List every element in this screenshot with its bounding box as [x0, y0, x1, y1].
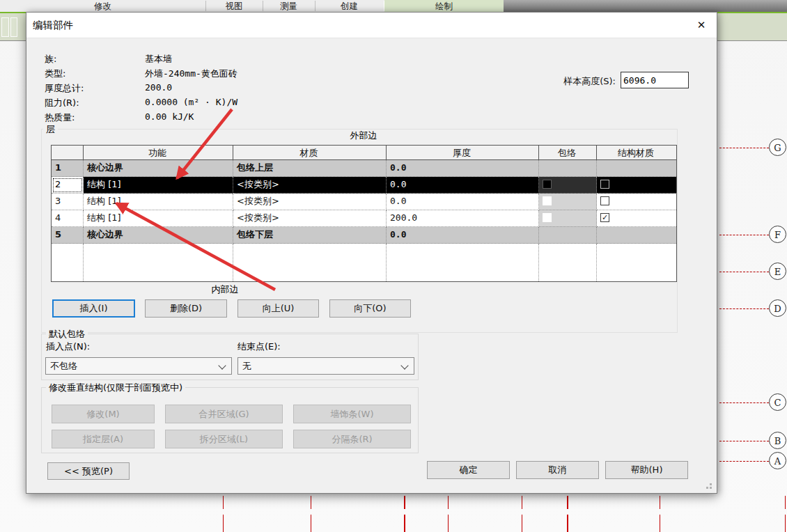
material-cell[interactable]: <按类别> [233, 177, 387, 194]
structural-material-cell[interactable] [597, 194, 676, 210]
material-cell[interactable]: 包络下层 [233, 227, 387, 244]
draw-tool-button[interactable] [10, 17, 17, 37]
thermal-mass-value: 0.00 kJ/K [145, 111, 194, 122]
grid-bubble-B: B [769, 432, 786, 449]
dialog-titlebar[interactable]: 编辑部件 ✕ [26, 13, 717, 38]
row-number-cell[interactable]: 2 [52, 177, 84, 194]
structural-material-cell[interactable] [597, 160, 676, 177]
vertical-grid-line [660, 515, 660, 532]
merge-regions-button[interactable]: 合并区域(G) [165, 405, 283, 423]
default-wrapping-label: 默认包络 [46, 328, 88, 341]
empty-cell [387, 244, 539, 281]
vertical-grid-line [567, 515, 568, 532]
ok-button[interactable]: 确定 [427, 461, 510, 479]
empty-cell [84, 244, 233, 281]
vertical-grid-line [404, 515, 405, 532]
structural-checkbox[interactable]: ✓ [600, 213, 609, 222]
column-header: 厚度 [387, 146, 539, 160]
row-number-cell[interactable]: 1 [52, 160, 84, 177]
vertical-grid-line [785, 496, 786, 509]
preview-button[interactable]: << 预览(P) [47, 462, 130, 480]
grid-line-leader [719, 272, 769, 272]
move-up-button[interactable]: 向上(U) [237, 299, 319, 318]
material-cell[interactable]: 包络上层 [233, 160, 387, 177]
grid-bubble-E: E [769, 263, 786, 280]
wraps-cell[interactable] [539, 227, 597, 244]
empty-cell [233, 244, 387, 281]
close-icon[interactable]: ✕ [694, 18, 708, 32]
exterior-side-label: 外部边 [51, 130, 676, 142]
wraps-cell[interactable] [539, 177, 597, 194]
cancel-button[interactable]: 取消 [516, 461, 599, 479]
insert-button[interactable]: 插入(I) [52, 299, 135, 318]
sample-height-input[interactable] [621, 72, 689, 88]
grid-line-leader [719, 308, 769, 309]
column-header: 功能 [84, 146, 233, 160]
function-cell[interactable]: 结构 [1] [84, 194, 233, 210]
ribbon-tab-view[interactable]: 视图 [205, 0, 263, 12]
wraps-cell[interactable] [539, 210, 597, 227]
vertical-grid-line [567, 496, 568, 509]
row-number-cell[interactable]: 3 [52, 194, 84, 210]
modify-button[interactable]: 修改(M) [52, 405, 155, 423]
type-value: 外墙-240mm-黄色面砖 [145, 68, 237, 80]
thickness-cell[interactable]: 0.0 [387, 194, 539, 210]
ribbon-tab-create[interactable]: 创建 [315, 0, 384, 12]
material-cell[interactable]: <按类别> [233, 210, 387, 227]
structural-checkbox[interactable] [600, 196, 609, 205]
resize-grip-icon[interactable] [703, 480, 712, 489]
ends-dropdown[interactable]: 无 [237, 357, 414, 375]
reveals-button[interactable]: 分隔条(R) [293, 430, 411, 448]
structural-material-cell[interactable]: ✓ [597, 210, 676, 227]
help-button[interactable]: 帮助(H) [605, 461, 688, 479]
assign-layers-button[interactable]: 指定层(A) [52, 430, 155, 448]
thickness-cell[interactable]: 0.0 [387, 177, 539, 194]
structural-material-cell[interactable] [597, 177, 676, 194]
move-down-button[interactable]: 向下(O) [329, 299, 411, 318]
function-cell[interactable]: 核心边界 [84, 227, 233, 244]
resistance-value: 0.0000 (m² · K)/W [145, 97, 237, 107]
empty-cell [52, 244, 84, 281]
row-number-cell[interactable]: 4 [52, 210, 84, 227]
split-region-button[interactable]: 拆分区域(L) [165, 430, 283, 448]
structural-checkbox[interactable] [600, 180, 609, 189]
ribbon-tab-measure[interactable]: 测量 [263, 0, 315, 12]
inserts-dropdown[interactable]: 不包络 [45, 357, 232, 375]
function-cell[interactable]: 核心边界 [84, 160, 233, 177]
wraps-cell[interactable] [539, 194, 597, 210]
thickness-cell[interactable]: 0.0 [387, 160, 539, 177]
thickness-label: 厚度总计: [45, 82, 84, 95]
wrap-checkbox[interactable] [543, 180, 552, 189]
grid-line-leader [719, 461, 769, 462]
draw-tool-button[interactable] [1, 17, 9, 37]
wrap-checkbox[interactable] [543, 213, 552, 222]
material-cell[interactable]: <按类别> [233, 194, 387, 210]
grid-line-leader [719, 148, 769, 148]
structural-material-cell[interactable] [597, 227, 676, 244]
sweeps-button[interactable]: 墙饰条(W) [293, 405, 411, 423]
delete-button[interactable]: 删除(D) [145, 299, 227, 318]
thickness-cell[interactable]: 0.0 [387, 227, 539, 244]
inserts-value: 不包络 [50, 361, 77, 371]
function-cell[interactable]: 结构 [1] [84, 210, 233, 227]
ribbon-panel-right [717, 12, 787, 41]
function-cell[interactable]: 结构 [1] [84, 177, 233, 194]
titlebar-region [504, 0, 787, 12]
ribbon-tab-draw[interactable]: 绘制 [384, 0, 504, 12]
vertical-grid-line [448, 515, 449, 532]
vertical-grid-line [311, 496, 311, 509]
layers-table: 功能材质厚度包络结构材质1核心边界包络上层0.02结构 [1]<按类别>0.03… [51, 145, 677, 282]
thickness-cell[interactable]: 200.0 [387, 210, 539, 227]
vertical-grid-line [660, 496, 660, 509]
wraps-cell[interactable] [539, 160, 597, 177]
vertical-grid-line [311, 515, 311, 532]
grid-line-leader [719, 402, 769, 403]
column-header: 材质 [233, 146, 387, 160]
wrap-checkbox[interactable] [543, 196, 552, 205]
inserts-label: 插入点(N): [46, 341, 90, 353]
ribbon-tab-modify[interactable]: 修改 [0, 0, 205, 12]
column-header: 包络 [539, 146, 597, 160]
ends-label: 结束点(E): [237, 341, 281, 353]
row-number-cell[interactable]: 5 [52, 227, 84, 244]
family-value: 基本墙 [145, 53, 172, 65]
